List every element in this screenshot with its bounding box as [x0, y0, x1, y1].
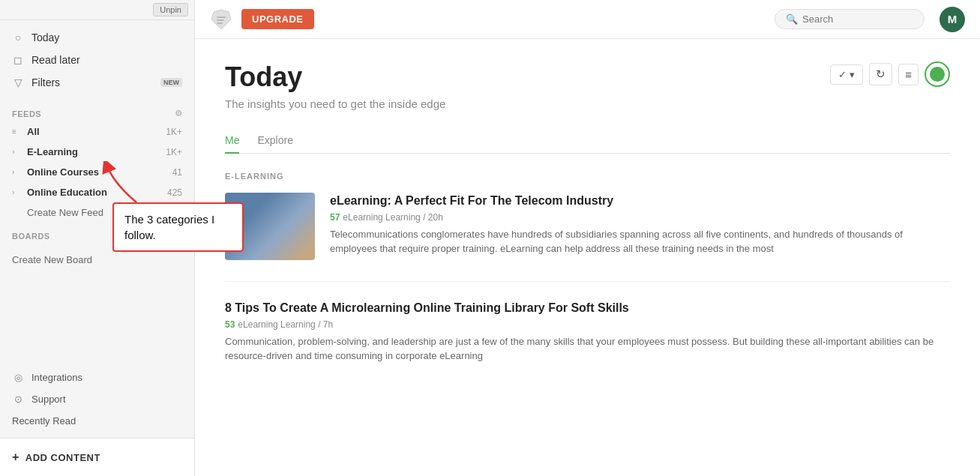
feed-item-online-education[interactable]: › Online Education 425	[0, 182, 194, 202]
tab-me[interactable]: Me	[225, 128, 239, 154]
article-title-1[interactable]: eLearning: A Perfect Fit For The Telecom…	[330, 193, 950, 209]
integrations-label: Integrations	[31, 372, 82, 383]
new-badge: NEW	[160, 78, 182, 87]
tab-explore[interactable]: Explore	[257, 128, 292, 154]
support-icon: ⊙	[12, 394, 24, 405]
feed-name-all: All	[27, 126, 160, 137]
list-view-button[interactable]: ≡	[898, 64, 919, 85]
sidebar-item-support[interactable]: ⊙ Support	[0, 388, 194, 410]
mark-read-button[interactable]: ✓ ▾	[830, 64, 863, 85]
sidebar-unpin-bar: Unpin	[0, 0, 194, 20]
content-area: Today The insights you need to get the i…	[195, 39, 980, 476]
sidebar-nav: ○ Today ◻ Read later ▽ Filters NEW	[0, 20, 194, 100]
create-new-feed[interactable]: Create New Feed	[0, 202, 194, 223]
sidebar-item-recently-read[interactable]: Recently Read	[0, 410, 194, 432]
check-icon: ✓	[838, 69, 847, 80]
boards-section-label: BOARDS	[0, 223, 194, 244]
feeds-section-label: FEEDS ⚙	[0, 100, 194, 121]
support-label: Support	[31, 394, 66, 405]
article-divider	[225, 281, 950, 282]
unpin-button[interactable]: Unpin	[153, 3, 188, 16]
article-excerpt-1: Telecommunications conglomerates have hu…	[330, 227, 950, 256]
page-subtitle: The insights you need to get the inside …	[225, 97, 445, 110]
search-icon: 🔍	[786, 13, 798, 25]
green-dot-button[interactable]	[925, 61, 950, 87]
plus-icon: +	[12, 451, 19, 464]
content-header: Today The insights you need to get the i…	[225, 61, 950, 125]
create-feed-label: Create New Feed	[27, 207, 103, 218]
article-thumb-1[interactable]	[225, 193, 315, 260]
article-body-2: 8 Tips To Create A Microlearning Online …	[225, 300, 950, 364]
feed-count-online-courses: 41	[172, 167, 182, 178]
feed-name-online-education: Online Education	[27, 187, 161, 198]
main-content: UPGRADE 🔍 M Today The insights you need …	[195, 0, 980, 476]
sidebar: Unpin ○ Today ◻ Read later ▽ Filters NEW…	[0, 0, 195, 476]
feedly-logo[interactable]	[210, 8, 232, 31]
feed-count-all: 1K+	[166, 127, 182, 137]
article-score-2: 53	[225, 319, 235, 330]
add-content-button[interactable]: + ADD CONTENT	[0, 438, 194, 476]
bottom-nav: ◎ Integrations ⊙ Support Recently Read	[0, 361, 194, 438]
sidebar-item-read-later[interactable]: ◻ Read later	[0, 49, 194, 71]
sidebar-label-filters: Filters	[31, 76, 60, 88]
chevron-down-icon: ▾	[850, 69, 855, 80]
sidebar-label-read-later: Read later	[31, 54, 80, 66]
section-elearning: E-LEARNING	[225, 172, 950, 181]
green-dot-inner	[930, 67, 945, 82]
add-content-label: ADD CONTENT	[25, 452, 100, 463]
chevron-icon: ›	[12, 168, 21, 176]
search-bar: 🔍	[775, 9, 925, 29]
feeds-list: ≡ All 1K+ › E-Learning 1K+ › Online Cour…	[0, 121, 194, 223]
article-meta-1: 57 eLearning Learning / 20h	[330, 212, 950, 223]
article-source-1: eLearning Learning / 20h	[343, 212, 442, 223]
chevron-icon: ≡	[12, 127, 21, 136]
feed-item-online-courses[interactable]: › Online Courses 41	[0, 162, 194, 182]
today-icon: ○	[12, 31, 24, 43]
feed-item-all[interactable]: ≡ All 1K+	[0, 121, 194, 142]
article-card-1: eLearning: A Perfect Fit For The Telecom…	[225, 193, 950, 260]
article-body-1: eLearning: A Perfect Fit For The Telecom…	[330, 193, 950, 256]
feed-count-online-education: 425	[167, 187, 182, 198]
page-title: Today	[225, 61, 445, 93]
topbar: UPGRADE 🔍 M	[195, 0, 980, 39]
chevron-icon: ›	[12, 188, 21, 196]
feed-name-elearning: E-Learning	[27, 146, 160, 157]
create-new-board[interactable]: Create New Board	[0, 250, 194, 270]
logo-svg	[210, 8, 232, 31]
article-score-1: 57	[330, 212, 340, 223]
filter-icon: ▽	[12, 76, 24, 88]
search-input[interactable]	[802, 13, 900, 25]
sidebar-label-today: Today	[31, 31, 59, 43]
article-source-2: eLearning Learning / 7h	[238, 319, 333, 330]
title-section: Today The insights you need to get the i…	[225, 61, 445, 125]
article-excerpt-2: Communication, problem-solving, and lead…	[225, 334, 950, 364]
chevron-icon: ›	[12, 148, 21, 156]
article-meta-2: 53 eLearning Learning / 7h	[225, 319, 950, 330]
sidebar-item-integrations[interactable]: ◎ Integrations	[0, 367, 194, 388]
article-title-2[interactable]: 8 Tips To Create A Microlearning Online …	[225, 300, 950, 316]
refresh-button[interactable]: ↻	[869, 63, 892, 85]
feed-count-elearning: 1K+	[166, 147, 182, 157]
toolbar-actions: ✓ ▾ ↻ ≡	[830, 61, 950, 87]
feed-name-online-courses: Online Courses	[27, 166, 166, 178]
integrations-icon: ◎	[12, 372, 24, 383]
feeds-gear-icon[interactable]: ⚙	[175, 109, 183, 118]
tabs: Me Explore	[225, 128, 950, 154]
sidebar-item-filters[interactable]: ▽ Filters NEW	[0, 71, 194, 94]
bookmark-icon: ◻	[12, 54, 24, 66]
sidebar-item-today[interactable]: ○ Today	[0, 26, 194, 49]
thumb-image-1	[225, 193, 315, 260]
boards-section: Create New Board	[0, 244, 194, 276]
upgrade-button[interactable]: UPGRADE	[241, 9, 314, 29]
avatar[interactable]: M	[940, 7, 965, 32]
feed-item-elearning[interactable]: › E-Learning 1K+	[0, 142, 194, 162]
article-card-2: 8 Tips To Create A Microlearning Online …	[225, 300, 950, 364]
